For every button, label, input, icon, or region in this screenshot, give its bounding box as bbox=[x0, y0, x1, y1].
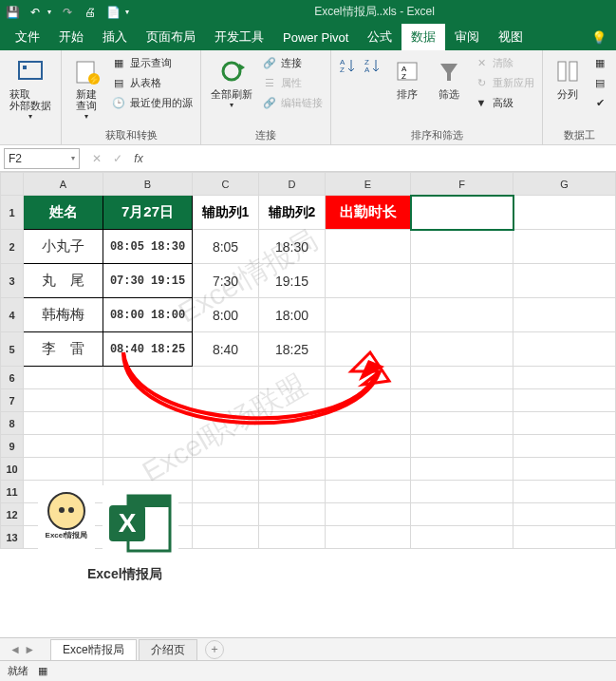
cell[interactable]: 韩梅梅 bbox=[24, 298, 103, 332]
cell[interactable] bbox=[24, 367, 103, 389]
cell[interactable] bbox=[326, 503, 411, 526]
cancel-icon[interactable]: ✕ bbox=[87, 152, 106, 165]
name-box[interactable]: F2 ▾ bbox=[4, 148, 80, 169]
cell[interactable] bbox=[193, 503, 259, 526]
cell[interactable] bbox=[513, 412, 616, 435]
sort-desc-button[interactable]: ZA bbox=[362, 54, 384, 77]
cell[interactable]: 18:30 bbox=[259, 230, 326, 264]
cell[interactable]: 姓名 bbox=[24, 196, 103, 230]
qat-customize-caret-icon[interactable]: ▾ bbox=[125, 8, 129, 16]
cell[interactable] bbox=[103, 367, 193, 389]
show-queries-button[interactable]: ▦ 显示查询 bbox=[109, 54, 195, 71]
cell[interactable] bbox=[411, 526, 513, 549]
cell[interactable]: 07:30 19:15 bbox=[103, 264, 193, 298]
cell[interactable] bbox=[513, 389, 616, 412]
col-header[interactable]: G bbox=[513, 173, 616, 196]
cell[interactable] bbox=[103, 458, 193, 481]
sheet-tab[interactable]: 介绍页 bbox=[139, 639, 197, 660]
sort-button[interactable]: AZ 排序 bbox=[388, 54, 426, 102]
row-header[interactable]: 5 bbox=[1, 332, 24, 367]
tab-powerpivot[interactable]: Power Pivot bbox=[273, 24, 358, 50]
cell[interactable] bbox=[326, 481, 411, 503]
row-header[interactable]: 3 bbox=[1, 264, 24, 298]
cell[interactable] bbox=[193, 389, 259, 412]
cell[interactable]: 8:05 bbox=[193, 230, 259, 264]
cell[interactable]: 08:00 18:00 bbox=[103, 298, 193, 332]
cell[interactable] bbox=[513, 298, 616, 332]
row-header[interactable]: 13 bbox=[1, 526, 24, 549]
cell[interactable] bbox=[24, 389, 103, 412]
fx-icon[interactable]: fx bbox=[129, 152, 148, 165]
col-header[interactable]: F bbox=[411, 173, 513, 196]
cell[interactable] bbox=[193, 481, 259, 503]
cell[interactable]: 辅助列1 bbox=[193, 196, 259, 230]
row-header[interactable]: 7 bbox=[1, 389, 24, 412]
cell[interactable] bbox=[193, 367, 259, 389]
filter-button[interactable]: 筛选 bbox=[430, 54, 468, 102]
cell[interactable] bbox=[411, 503, 513, 526]
col-header[interactable]: E bbox=[326, 173, 411, 196]
tab-data[interactable]: 数据 bbox=[401, 24, 445, 50]
cell[interactable]: 19:15 bbox=[259, 264, 326, 298]
tab-home[interactable]: 开始 bbox=[49, 24, 93, 50]
cell[interactable] bbox=[193, 435, 259, 458]
cell[interactable] bbox=[326, 526, 411, 549]
col-header[interactable]: C bbox=[193, 173, 259, 196]
data-validation-button[interactable]: ✔ bbox=[590, 94, 609, 111]
tab-review[interactable]: 审阅 bbox=[445, 24, 489, 50]
cell[interactable]: 小丸子 bbox=[24, 230, 103, 264]
tab-insert[interactable]: 插入 bbox=[93, 24, 137, 50]
cell[interactable] bbox=[326, 412, 411, 435]
cell[interactable]: 8:00 bbox=[193, 298, 259, 332]
clear-filter-button[interactable]: ✕ 清除 bbox=[472, 54, 536, 71]
cell[interactable] bbox=[513, 367, 616, 389]
cell[interactable] bbox=[259, 526, 326, 549]
text-to-columns-button[interactable]: 分列 bbox=[549, 54, 587, 102]
cell[interactable] bbox=[411, 264, 513, 298]
cell[interactable]: 出勤时长 bbox=[326, 196, 411, 230]
cell[interactable]: 18:25 bbox=[259, 332, 326, 367]
edit-links-button[interactable]: 🔗 编辑链接 bbox=[260, 94, 325, 111]
from-table-button[interactable]: ▤ 从表格 bbox=[109, 74, 195, 91]
row-header[interactable]: 2 bbox=[1, 230, 24, 264]
cell[interactable] bbox=[411, 367, 513, 389]
cell[interactable] bbox=[513, 458, 616, 481]
advanced-filter-button[interactable]: ▼ 高级 bbox=[472, 94, 536, 111]
cell[interactable] bbox=[103, 435, 193, 458]
remove-dup-button[interactable]: ▤ bbox=[590, 74, 609, 91]
cell[interactable] bbox=[24, 435, 103, 458]
cell[interactable] bbox=[513, 264, 616, 298]
tab-file[interactable]: 文件 bbox=[6, 24, 49, 50]
tell-me-icon[interactable]: 💡 bbox=[582, 24, 616, 50]
cell[interactable]: 8:40 bbox=[193, 332, 259, 367]
sort-asc-button[interactable]: AZ bbox=[337, 54, 360, 77]
cell[interactable] bbox=[411, 389, 513, 412]
cell[interactable] bbox=[193, 458, 259, 481]
cell[interactable] bbox=[411, 332, 513, 367]
cell[interactable] bbox=[326, 264, 411, 298]
cell[interactable] bbox=[513, 435, 616, 458]
cell[interactable] bbox=[259, 503, 326, 526]
row-header[interactable]: 4 bbox=[1, 298, 24, 332]
col-header[interactable]: A bbox=[24, 173, 103, 196]
col-header[interactable]: B bbox=[103, 173, 193, 196]
cell[interactable] bbox=[193, 412, 259, 435]
cell[interactable] bbox=[326, 389, 411, 412]
cell[interactable] bbox=[513, 481, 616, 503]
flash-fill-button[interactable]: ▦ bbox=[590, 54, 609, 71]
cell[interactable] bbox=[259, 367, 326, 389]
row-header[interactable]: 8 bbox=[1, 412, 24, 435]
add-sheet-button[interactable]: ＋ bbox=[205, 640, 224, 659]
enter-icon[interactable]: ✓ bbox=[108, 152, 127, 165]
cell[interactable] bbox=[326, 458, 411, 481]
cell[interactable] bbox=[103, 412, 193, 435]
row-header[interactable]: 12 bbox=[1, 503, 24, 526]
cell[interactable] bbox=[411, 458, 513, 481]
reapply-button[interactable]: ↻ 重新应用 bbox=[472, 74, 536, 91]
cell[interactable] bbox=[411, 230, 513, 264]
row-header[interactable]: 11 bbox=[1, 481, 24, 503]
cell[interactable] bbox=[513, 503, 616, 526]
undo-icon[interactable]: ↶ bbox=[28, 6, 42, 19]
new-query-button[interactable]: ⚡ 新建 查询 ▾ bbox=[67, 54, 105, 123]
cell[interactable]: 辅助列2 bbox=[259, 196, 326, 230]
